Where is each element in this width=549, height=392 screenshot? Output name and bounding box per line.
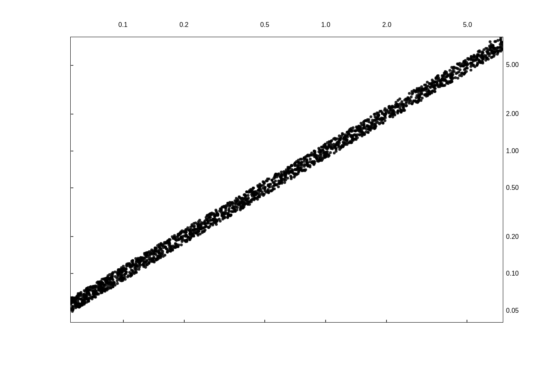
svg-point-1283 xyxy=(313,160,316,163)
svg-point-784 xyxy=(382,122,384,125)
svg-point-1573 xyxy=(403,109,406,112)
svg-point-1908 xyxy=(341,144,344,147)
svg-point-1542 xyxy=(199,233,202,236)
svg-point-716 xyxy=(224,209,227,212)
svg-point-1880 xyxy=(205,218,208,221)
svg-point-1958 xyxy=(429,86,432,89)
svg-point-1589 xyxy=(150,249,153,252)
svg-point-1887 xyxy=(168,238,171,241)
svg-point-989 xyxy=(327,144,330,147)
svg-point-2013 xyxy=(489,40,491,43)
svg-point-1865 xyxy=(136,258,139,261)
svg-point-1790 xyxy=(483,54,486,57)
x-tick-label: 5.0 xyxy=(463,21,472,29)
svg-point-1963 xyxy=(288,166,290,169)
svg-point-1973 xyxy=(82,300,85,303)
svg-point-1598 xyxy=(247,197,250,200)
x-tick-label: 0.2 xyxy=(179,21,188,29)
svg-point-1681 xyxy=(356,136,359,139)
svg-point-1548 xyxy=(251,188,254,191)
svg-point-1849 xyxy=(114,275,117,278)
svg-point-1940 xyxy=(437,78,440,81)
svg-point-1137 xyxy=(251,198,254,201)
svg-point-2014 xyxy=(479,61,482,64)
svg-point-1921 xyxy=(427,90,430,93)
svg-point-1948 xyxy=(222,205,225,208)
svg-point-1869 xyxy=(190,232,192,234)
svg-point-1927 xyxy=(94,292,97,295)
svg-point-1776 xyxy=(408,100,411,103)
svg-point-1668 xyxy=(177,243,180,246)
svg-point-1979 xyxy=(128,262,131,265)
svg-point-1890 xyxy=(463,68,466,71)
svg-point-818 xyxy=(486,50,489,53)
svg-point-1907 xyxy=(177,234,180,237)
svg-point-1541 xyxy=(384,116,387,119)
svg-point-566 xyxy=(469,69,472,71)
svg-point-1161 xyxy=(411,93,414,96)
svg-point-1715 xyxy=(401,103,404,106)
svg-point-1617 xyxy=(309,154,312,156)
x-tick-labels xyxy=(70,323,503,336)
svg-point-1543 xyxy=(227,214,230,216)
svg-point-1538 xyxy=(464,71,466,74)
x-tick-label: 1.0 xyxy=(321,21,330,29)
svg-point-1750 xyxy=(453,70,455,73)
svg-point-1759 xyxy=(370,122,373,125)
svg-point-1841 xyxy=(130,274,133,277)
svg-point-250 xyxy=(309,158,312,160)
svg-point-1675 xyxy=(420,91,423,94)
svg-point-1682 xyxy=(488,54,491,57)
svg-point-2008 xyxy=(120,270,123,273)
svg-point-1978 xyxy=(294,174,297,177)
svg-point-1825 xyxy=(185,231,187,234)
svg-point-1775 xyxy=(253,193,256,196)
svg-point-1720 xyxy=(105,282,107,285)
svg-point-1806 xyxy=(87,286,90,289)
svg-point-1735 xyxy=(379,121,382,124)
svg-point-1443 xyxy=(198,219,201,222)
svg-point-1684 xyxy=(274,180,277,183)
svg-point-1630 xyxy=(375,120,378,122)
svg-point-1479 xyxy=(485,56,488,59)
svg-point-1530 xyxy=(228,207,230,210)
svg-point-1968 xyxy=(300,163,303,166)
svg-point-1718 xyxy=(270,189,273,192)
svg-point-1786 xyxy=(259,187,261,190)
svg-point-1331 xyxy=(299,169,302,172)
svg-point-1524 xyxy=(230,214,232,216)
svg-point-1412 xyxy=(112,285,114,288)
svg-point-1981 xyxy=(239,206,242,209)
svg-point-1949 xyxy=(266,178,269,180)
svg-point-1271 xyxy=(226,216,229,219)
svg-point-1257 xyxy=(205,214,208,217)
svg-point-2016 xyxy=(469,62,472,65)
svg-point-1985 xyxy=(234,199,237,202)
svg-point-1918 xyxy=(439,83,442,86)
svg-point-1608 xyxy=(277,180,280,183)
svg-point-1991 xyxy=(187,229,190,232)
svg-point-1770 xyxy=(384,113,387,116)
svg-point-595 xyxy=(362,127,365,129)
svg-point-1993 xyxy=(436,75,439,78)
svg-point-1652 xyxy=(283,170,286,173)
svg-point-1911 xyxy=(175,239,178,242)
svg-point-1904 xyxy=(223,212,225,215)
svg-point-1429 xyxy=(373,127,376,129)
svg-point-131 xyxy=(408,92,411,95)
svg-point-1961 xyxy=(267,191,270,194)
svg-point-1943 xyxy=(199,226,202,229)
svg-point-1953 xyxy=(99,292,102,294)
svg-point-1784 xyxy=(109,284,112,287)
svg-point-1369 xyxy=(134,271,136,274)
svg-point-1226 xyxy=(142,263,145,266)
svg-point-1793 xyxy=(212,222,214,225)
svg-point-1937 xyxy=(99,288,102,291)
svg-point-1850 xyxy=(203,220,206,223)
svg-point-1844 xyxy=(73,296,76,299)
svg-point-1224 xyxy=(466,57,469,60)
svg-point-1764 xyxy=(411,101,414,104)
svg-point-1892 xyxy=(173,246,176,249)
svg-point-1397 xyxy=(201,230,204,233)
svg-point-1780 xyxy=(164,245,167,248)
